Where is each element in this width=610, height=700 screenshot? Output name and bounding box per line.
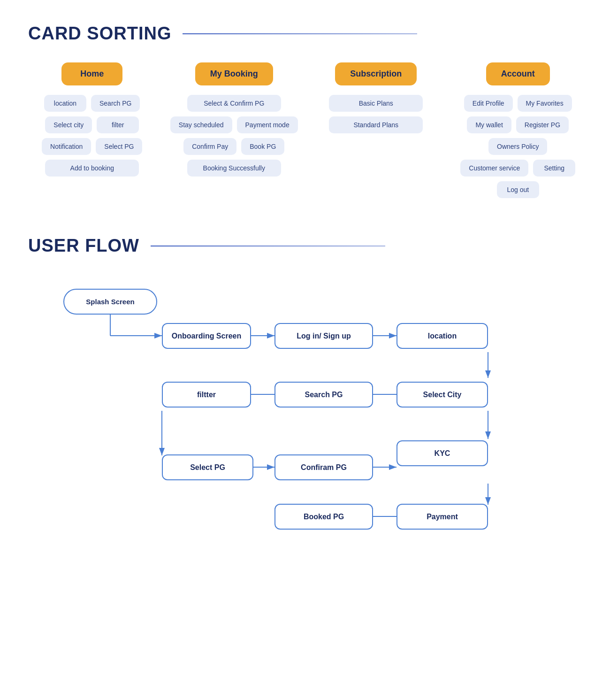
node-login: Log in/ Sign up bbox=[274, 323, 373, 349]
card-add-to-booking[interactable]: Add to booking bbox=[45, 160, 139, 177]
card-standard-plans[interactable]: Standard Plans bbox=[329, 116, 423, 133]
subscription-column: Subscription Basic Plans Standard Plans bbox=[312, 62, 440, 133]
card-columns: Home location Search PG Select city filt… bbox=[28, 62, 582, 198]
card-select-confirm-pg[interactable]: Select & Confirm PG bbox=[187, 95, 281, 112]
user-flow-section: USER FLOW bbox=[28, 236, 582, 547]
home-column: Home location Search PG Select city filt… bbox=[28, 62, 156, 177]
node-onboarding: Onboarding Screen bbox=[162, 323, 251, 349]
page-wrapper: CARD SORTING Home location Search PG Sel… bbox=[0, 0, 610, 570]
node-search-pg: Search PG bbox=[274, 382, 373, 408]
card-location[interactable]: location bbox=[44, 95, 86, 112]
card-payment-mode[interactable]: Payment mode bbox=[237, 116, 298, 133]
card-stay-scheduled[interactable]: Stay scheduled bbox=[170, 116, 232, 133]
flow-diagram: Splash Screen Onboarding Screen Log in/ … bbox=[35, 275, 575, 547]
node-filter: filtter bbox=[162, 382, 251, 408]
card-edit-profile[interactable]: Edit Profile bbox=[464, 95, 513, 112]
home-badge: Home bbox=[61, 62, 122, 85]
node-select-pg: Select PG bbox=[162, 454, 253, 480]
card-select-city[interactable]: Select city bbox=[45, 116, 92, 133]
card-my-wallet[interactable]: My wallet bbox=[467, 116, 511, 133]
card-search-pg[interactable]: Search PG bbox=[91, 95, 140, 112]
node-location: location bbox=[396, 323, 488, 349]
card-notification[interactable]: Notification bbox=[42, 138, 91, 155]
node-payment: Payment bbox=[396, 504, 488, 530]
user-flow-title: USER FLOW bbox=[28, 236, 139, 256]
card-confirm-pay[interactable]: Confirm Pay bbox=[183, 138, 236, 155]
card-customer-service[interactable]: Customer service bbox=[460, 160, 528, 177]
card-owners-policy[interactable]: Owners Policy bbox=[488, 138, 547, 155]
card-filter[interactable]: filter bbox=[97, 116, 139, 133]
home-cards: location Search PG Select city filter No… bbox=[28, 95, 156, 177]
card-book-pg[interactable]: Book PG bbox=[241, 138, 284, 155]
card-sorting-heading: CARD SORTING bbox=[28, 23, 582, 44]
node-booked-pg: Booked PG bbox=[274, 504, 373, 530]
card-sorting-title: CARD SORTING bbox=[28, 23, 171, 44]
card-booking-successfully[interactable]: Booking Successfully bbox=[187, 160, 281, 177]
card-sorting-section: CARD SORTING Home location Search PG Sel… bbox=[28, 23, 582, 198]
node-kyc: KYC bbox=[396, 440, 488, 466]
user-flow-heading: USER FLOW bbox=[28, 236, 582, 256]
heading-line-2 bbox=[151, 246, 385, 246]
my-booking-cards: Select & Confirm PG Stay scheduled Payme… bbox=[170, 95, 298, 177]
card-select-pg[interactable]: Select PG bbox=[96, 138, 142, 155]
card-setting[interactable]: Setting bbox=[533, 160, 575, 177]
node-confiram-pg: Confiram PG bbox=[274, 454, 373, 480]
subscription-badge: Subscription bbox=[335, 62, 417, 85]
account-badge: Account bbox=[486, 62, 550, 85]
heading-line-1 bbox=[183, 33, 417, 34]
card-log-out[interactable]: Log out bbox=[497, 181, 539, 198]
card-my-favorites[interactable]: My Favorites bbox=[518, 95, 572, 112]
account-cards: Edit Profile My Favorites My wallet Regi… bbox=[454, 95, 582, 198]
node-select-city: Select City bbox=[396, 382, 488, 408]
node-splash: Splash Screen bbox=[63, 289, 157, 315]
my-booking-column: My Booking Select & Confirm PG Stay sche… bbox=[170, 62, 298, 177]
card-register-pg[interactable]: Register PG bbox=[516, 116, 569, 133]
account-column: Account Edit Profile My Favorites My wal… bbox=[454, 62, 582, 198]
subscription-cards: Basic Plans Standard Plans bbox=[312, 95, 440, 133]
my-booking-badge: My Booking bbox=[195, 62, 273, 85]
card-basic-plans[interactable]: Basic Plans bbox=[329, 95, 423, 112]
